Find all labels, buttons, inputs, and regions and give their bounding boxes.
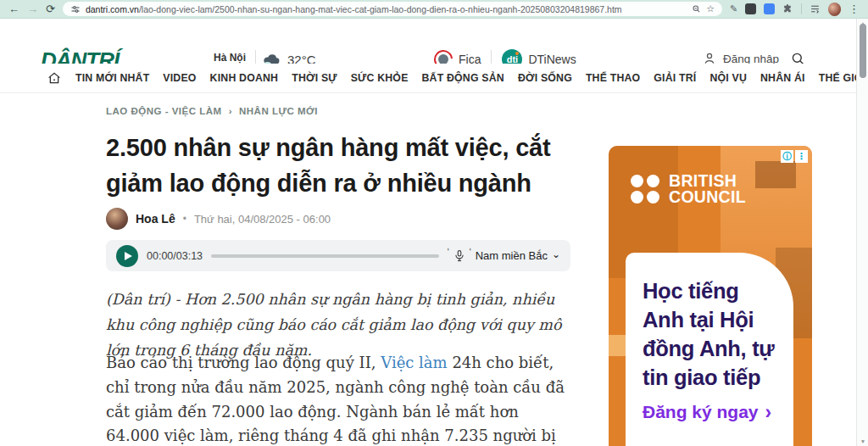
quote-mark-left: ': [448, 248, 449, 257]
nav-item-nhan-ai[interactable]: NHÂN ÁI: [760, 72, 805, 84]
byline: Hoa Lê • Thứ hai, 04/08/2025 - 06:00: [106, 208, 331, 230]
main-nav: TIN MỚI NHẤT VIDEO KINH DOANH THỜI SỰ SỨ…: [0, 64, 856, 93]
extension-icon-blue[interactable]: [764, 3, 775, 14]
quote-mark-right: ': [470, 248, 471, 257]
browser-menu-icon[interactable]: ⋮: [849, 3, 860, 14]
profile-avatar[interactable]: [828, 3, 842, 16]
browser-toolbar: ← → ⟳ dantri.com.vn/lao-dong-viec-lam/25…: [0, 0, 868, 19]
nav-item-video[interactable]: VIDEO: [163, 72, 196, 84]
play-icon: [125, 252, 132, 260]
browser-window: ← → ⟳ dantri.com.vn/lao-dong-viec-lam/25…: [0, 0, 868, 446]
viec-lam-link[interactable]: Việc làm: [381, 354, 447, 371]
back-icon[interactable]: ←: [8, 3, 19, 14]
site-header: DÂNTRÍ Hà Nội Thứ 3, 16/09/2025 32°C Fic…: [0, 19, 856, 64]
ad-cta-label: Đăng ký ngay: [643, 402, 759, 422]
breadcrumb: LAO ĐỘNG - VIỆC LÀM › NHÂN LỰC MỚI: [106, 106, 318, 116]
advertisement-banner[interactable]: ⓘ ⋮ BRITISH COUNCIL Học tiếng Anh tại Hộ…: [609, 146, 812, 446]
extension-icon-dark[interactable]: [745, 3, 756, 14]
reload-icon[interactable]: ⟳: [46, 3, 55, 14]
home-icon[interactable]: [47, 70, 62, 86]
page-scrollbar[interactable]: ▲ ▼: [856, 19, 868, 446]
nav-item-giai-tri[interactable]: GIẢI TRÍ: [654, 72, 696, 84]
audio-player: 00:00/03:13 ' ' Nam miền Bắc ⌄: [106, 240, 570, 271]
british-council-logo: BRITISH COUNCIL: [631, 173, 746, 204]
extensions-puzzle-icon[interactable]: [782, 3, 793, 14]
article-body: Báo cáo thị trường lao động quý II, Việc…: [106, 351, 576, 446]
british-council-wordmark: BRITISH COUNCIL: [669, 173, 746, 204]
body-text-1: Báo cáo thị trường lao động quý II,: [106, 354, 381, 371]
url-domain: dantri.com.vn: [86, 4, 139, 14]
ad-menu-icon[interactable]: ⋮: [795, 150, 808, 163]
site-settings-icon[interactable]: [70, 4, 81, 14]
author-avatar[interactable]: [106, 208, 128, 230]
ad-photo-shade-2: [755, 161, 796, 188]
address-bar[interactable]: dantri.com.vn/lao-dong-viec-lam/2500-nha…: [63, 2, 722, 16]
pencil-extension-icon[interactable]: ✎: [730, 3, 737, 14]
nav-item-doi-song[interactable]: ĐỜI SỐNG: [518, 72, 572, 84]
breadcrumb-subcategory[interactable]: NHÂN LỰC MỚI: [239, 106, 318, 116]
british-council-dots-icon: [631, 175, 659, 203]
microphone-icon: [453, 249, 465, 263]
voice-label: Nam miền Bắc: [476, 249, 548, 262]
ad-photo-band: [609, 335, 627, 356]
ad-cta-button[interactable]: Đăng ký ngay ›: [643, 401, 778, 424]
ad-info-icon[interactable]: ⓘ: [781, 150, 793, 163]
ad-headline: Học tiếng Anh tại Hội đồng Anh, tự tin g…: [643, 276, 778, 393]
nav-item-suc-khoe[interactable]: SỨC KHỎE: [351, 72, 409, 84]
ad-choice-badges: ⓘ ⋮: [781, 150, 808, 163]
url-text: dantri.com.vn/lao-dong-viec-lam/2500-nha…: [86, 4, 622, 14]
zoom-icon[interactable]: [692, 4, 701, 14]
audio-progress-bar[interactable]: [211, 254, 439, 258]
scrollbar-thumb[interactable]: [860, 24, 866, 78]
ad-cta-arrow-icon: ›: [765, 401, 772, 424]
nav-item-the-thao[interactable]: THỂ THAO: [586, 72, 640, 84]
reading-list-icon[interactable]: [810, 3, 821, 14]
nav-item-bat-dong-san[interactable]: BẤT ĐỘNG SẢN: [422, 72, 504, 84]
bookmark-star-icon[interactable]: ☆: [706, 3, 715, 14]
nav-item-thoi-su[interactable]: THỜI SỰ: [292, 72, 337, 84]
breadcrumb-separator: ›: [229, 106, 232, 116]
breadcrumb-category[interactable]: LAO ĐỘNG - VIỆC LÀM: [106, 106, 222, 116]
article-title: 2.500 nhân sự ngân hàng mất việc, cắt gi…: [106, 130, 576, 201]
author-link[interactable]: Hoa Lê: [136, 212, 175, 226]
nav-item-kinh-doanh[interactable]: KINH DOANH: [210, 72, 279, 84]
audio-time: 00:00/03:13: [147, 250, 203, 262]
chevron-down-icon: ⌄: [552, 248, 560, 260]
nav-item-tin-moi-nhat[interactable]: TIN MỚI NHẤT: [75, 72, 149, 84]
url-path: /lao-dong-viec-lam/2500-nhan-su-ngan-han…: [139, 4, 622, 14]
scroll-down-icon[interactable]: ▼: [857, 438, 868, 444]
nav-item-noi-vu[interactable]: NỘI VỤ: [709, 72, 747, 84]
publish-date: Thứ hai, 04/08/2025 - 06:00: [194, 213, 331, 226]
forward-icon[interactable]: →: [27, 3, 38, 14]
byline-separator: •: [183, 213, 186, 225]
toolbar-divider: [801, 3, 802, 14]
play-button[interactable]: [116, 245, 138, 267]
voice-selector[interactable]: ' ' Nam miền Bắc ⌄: [448, 249, 560, 263]
ad-text-panel: Học tiếng Anh tại Hội đồng Anh, tự tin g…: [626, 253, 793, 446]
